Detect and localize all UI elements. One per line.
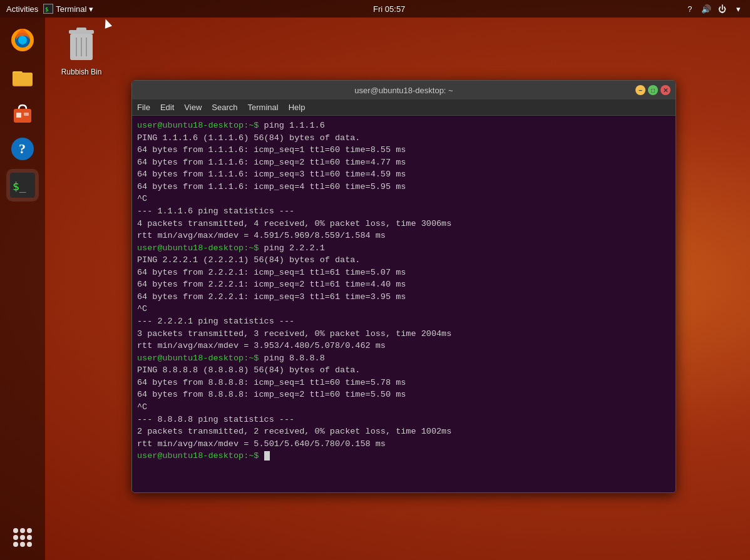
terminal-body[interactable]: user@ubuntu18-desktop:~$ ping 1.1.1.6PIN… xyxy=(132,116,676,492)
grid-dot xyxy=(13,528,18,533)
terminal-line: 64 bytes from 1.1.1.6: icmp_seq=2 ttl=60… xyxy=(137,156,670,169)
titlebar-buttons: – □ ✕ xyxy=(635,85,670,95)
svg-rect-7 xyxy=(13,73,33,85)
menu-edit[interactable]: Edit xyxy=(160,103,174,112)
grid-dot xyxy=(20,535,25,540)
dock: ? $_ xyxy=(0,18,45,560)
activities-button[interactable]: Activities xyxy=(6,4,38,14)
maximize-button[interactable]: □ xyxy=(648,85,658,95)
menu-terminal[interactable]: Terminal xyxy=(248,103,279,112)
terminal-line: --- 2.2.2.1 ping statistics --- xyxy=(137,315,670,328)
app-grid-button[interactable] xyxy=(6,521,39,554)
terminal-line: 4 packets transmitted, 4 received, 0% pa… xyxy=(137,218,670,230)
terminal-line: --- 8.8.8.8 ping statistics --- xyxy=(137,414,670,426)
desktop: Activities $ Terminal ▾ Fri 05:57 ? 🔊 ⏻ … xyxy=(0,0,750,560)
svg-text:?: ? xyxy=(19,141,26,156)
dock-bottom xyxy=(6,521,39,554)
menu-file[interactable]: File xyxy=(137,103,150,112)
terminal-line: user@ubuntu18-desktop:~$ xyxy=(137,450,670,462)
svg-rect-9 xyxy=(16,113,21,118)
terminal-line: 64 bytes from 8.8.8.8: icmp_seq=2 ttl=60… xyxy=(137,389,670,401)
terminal-menu[interactable]: $ Terminal ▾ xyxy=(43,4,93,14)
terminal-window: user@ubuntu18-desktop: ~ – □ ✕ File Edit… xyxy=(131,80,676,493)
grid-dot xyxy=(13,535,18,540)
terminal-titlebar: user@ubuntu18-desktop: ~ – □ ✕ xyxy=(132,81,676,99)
grid-dot xyxy=(27,528,32,533)
terminal-title: user@ubuntu18-desktop: ~ xyxy=(354,86,453,95)
terminal-line: 64 bytes from 2.2.2.1: icmp_seq=3 ttl=61… xyxy=(137,291,670,303)
rubbish-bin-icon[interactable]: Rubbish Bin xyxy=(56,25,106,76)
grid-dot xyxy=(27,542,32,547)
terminal-line: PING 1.1.1.6 (1.1.1.6) 56(84) bytes of d… xyxy=(137,132,670,145)
terminal-line: 64 bytes from 1.1.1.6: icmp_seq=4 ttl=60… xyxy=(137,181,670,193)
terminal-line: user@ubuntu18-desktop:~$ ping 2.2.2.1 xyxy=(137,242,670,255)
terminal-line: 3 packets transmitted, 3 received, 0% pa… xyxy=(137,328,670,340)
terminal-line: ^C xyxy=(137,401,670,414)
command-text: ping 8.8.8.8 xyxy=(264,354,325,363)
terminal-cursor xyxy=(264,451,270,461)
command-text: ping 2.2.2.1 xyxy=(264,243,325,253)
terminal-line: 64 bytes from 2.2.2.1: icmp_seq=1 ttl=61… xyxy=(137,267,670,279)
terminal-menu-icon: $ xyxy=(43,4,53,14)
dock-item-app-center[interactable] xyxy=(6,96,39,129)
svg-text:$_: $_ xyxy=(13,180,26,193)
svg-rect-16 xyxy=(76,28,86,31)
clock: Fri 05:57 xyxy=(373,4,405,14)
terminal-line: 64 bytes from 1.1.1.6: icmp_seq=1 ttl=60… xyxy=(137,144,670,156)
terminal-line: user@ubuntu18-desktop:~$ ping 1.1.1.6 xyxy=(137,120,670,132)
menu-view[interactable]: View xyxy=(184,103,202,112)
svg-rect-10 xyxy=(24,113,29,116)
terminal-line: 64 bytes from 8.8.8.8: icmp_seq=1 ttl=60… xyxy=(137,377,670,389)
prompt-text: user@ubuntu18-desktop:~$ xyxy=(137,243,264,253)
prompt-text: user@ubuntu18-desktop:~$ xyxy=(137,451,264,461)
prompt-text: user@ubuntu18-desktop:~$ xyxy=(137,354,264,363)
terminal-menubar: File Edit View Search Terminal Help xyxy=(132,99,676,116)
rubbish-bin-label: Rubbish Bin xyxy=(61,68,102,76)
prompt-text: user@ubuntu18-desktop:~$ xyxy=(137,121,264,130)
terminal-menu-label: Terminal xyxy=(56,4,86,14)
terminal-line: --- 1.1.1.6 ping statistics --- xyxy=(137,205,670,218)
grid-dot xyxy=(27,535,32,540)
settings-arrow-icon[interactable]: ▾ xyxy=(734,4,744,14)
terminal-line: rtt min/avg/max/mdev = 5.501/5.640/5.780… xyxy=(137,438,670,451)
dock-item-terminal[interactable]: $_ xyxy=(6,169,39,201)
menu-search[interactable]: Search xyxy=(212,103,237,112)
grid-dot xyxy=(13,542,18,547)
rubbish-bin-image xyxy=(63,25,100,65)
terminal-line: PING 8.8.8.8 (8.8.8.8) 56(84) bytes of d… xyxy=(137,364,670,377)
dock-item-firefox[interactable] xyxy=(6,24,39,56)
power-icon[interactable]: ⏻ xyxy=(717,4,727,14)
terminal-line: ^C xyxy=(137,193,670,205)
grid-dot xyxy=(20,528,25,533)
dock-item-files[interactable] xyxy=(6,60,39,93)
minimize-button[interactable]: – xyxy=(635,85,645,95)
terminal-line: rtt min/avg/max/mdev = 4.591/5.969/8.559… xyxy=(137,230,670,242)
terminal-line: rtt min/avg/max/mdev = 3.953/4.480/5.078… xyxy=(137,340,670,352)
dock-item-help[interactable]: ? xyxy=(6,133,39,165)
terminal-line: 64 bytes from 1.1.1.6: icmp_seq=3 ttl=60… xyxy=(137,168,670,181)
terminal-line: user@ubuntu18-desktop:~$ ping 8.8.8.8 xyxy=(137,352,670,365)
svg-text:$: $ xyxy=(45,6,48,13)
command-text: ping 1.1.1.6 xyxy=(264,121,325,130)
menu-help[interactable]: Help xyxy=(289,103,306,112)
volume-icon[interactable]: 🔊 xyxy=(701,4,711,14)
terminal-menu-arrow: ▾ xyxy=(89,4,93,14)
terminal-line: PING 2.2.2.1 (2.2.2.1) 56(84) bytes of d… xyxy=(137,254,670,267)
topbar: Activities $ Terminal ▾ Fri 05:57 ? 🔊 ⏻ … xyxy=(0,0,750,18)
svg-point-4 xyxy=(18,36,27,44)
help-icon[interactable]: ? xyxy=(685,4,695,14)
close-button[interactable]: ✕ xyxy=(660,85,670,95)
terminal-line: 2 packets transmitted, 2 received, 0% pa… xyxy=(137,425,670,438)
terminal-line: 64 bytes from 2.2.2.1: icmp_seq=2 ttl=61… xyxy=(137,278,670,291)
grid-dot xyxy=(20,542,25,547)
terminal-line: ^C xyxy=(137,303,670,315)
